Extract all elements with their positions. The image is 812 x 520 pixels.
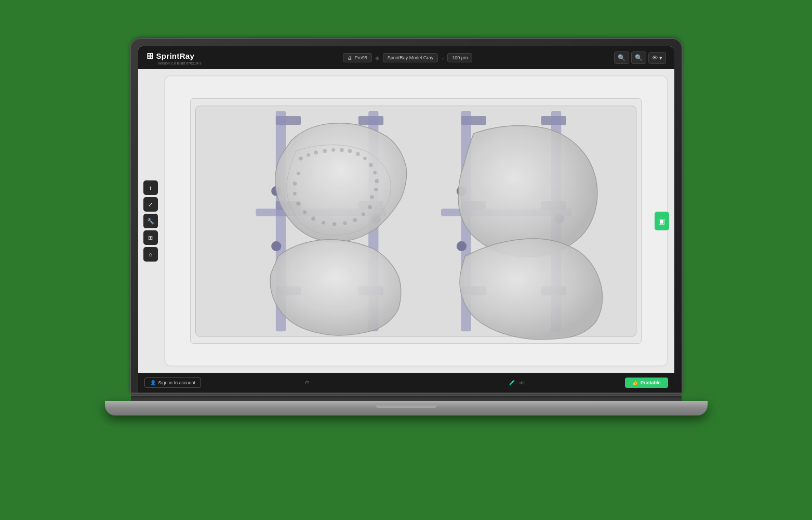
sign-in-button[interactable]: 👤 Sign in to account [144, 378, 202, 388]
zoom-out-button[interactable]: 🔍 [631, 51, 646, 64]
tablet-icon: ▣ [658, 217, 665, 225]
printer-icon: 🖨 [348, 55, 352, 60]
left-toolbar: + ⤢ 🔧 ⊞ ⌂ [143, 180, 158, 262]
app-footer: 👤 Sign in to account ⏱ - 🧪 - mL 👍 Printa… [138, 373, 674, 393]
laptop-container: ⊞ SprintRay Version 2.0 Build 070219-3 🖨… [105, 39, 708, 481]
svg-point-40 [292, 181, 297, 186]
app-ui: ⊞ SprintRay Version 2.0 Build 070219-3 🖨… [138, 46, 674, 393]
right-panel-button[interactable]: ▣ [655, 212, 669, 230]
settings-tool-button[interactable]: 🔧 [143, 214, 158, 228]
transform-icon: ⤢ [148, 201, 153, 208]
thumbs-up-icon: 👍 [632, 380, 638, 385]
svg-point-41 [293, 192, 297, 196]
material-name: SprintRay Model Gray [388, 55, 434, 60]
logo-brand: ⊞ SprintRay [147, 51, 202, 61]
layer-chip[interactable]: 100 μm [447, 53, 472, 62]
app-main: + ⤢ 🔧 ⊞ ⌂ [138, 69, 674, 373]
view-options-button[interactable]: 👁 ▾ [648, 52, 666, 64]
separator-2: ⬦ [441, 55, 444, 61]
printable-label: Printable [641, 380, 661, 385]
svg-point-27 [314, 150, 318, 154]
laptop-screen-shell: ⊞ SprintRay Version 2.0 Build 070219-3 🖨… [131, 39, 682, 393]
separator-1: ◉ [375, 55, 380, 61]
material-chip[interactable]: SprintRay Model Gray [383, 53, 438, 62]
user-icon: 👤 [150, 380, 156, 385]
print-bed [190, 98, 642, 344]
svg-point-11 [271, 241, 281, 251]
svg-point-35 [373, 171, 377, 174]
canvas-area [164, 75, 668, 367]
svg-point-25 [299, 157, 303, 161]
svg-point-32 [356, 152, 360, 156]
layout-tool-button[interactable]: ⊞ [143, 230, 158, 245]
laptop-screen-bezel: ⊞ SprintRay Version 2.0 Build 070219-3 🖨… [138, 46, 674, 393]
printable-button[interactable]: 👍 Printable [625, 378, 668, 388]
printer-name: Pro95 [355, 55, 367, 60]
zoom-in-button[interactable]: 🔍 [614, 51, 629, 64]
base-icon: ⌂ [149, 251, 152, 257]
grid-icon: ⊞ [148, 235, 153, 241]
svg-point-30 [340, 148, 344, 152]
svg-point-29 [331, 148, 335, 152]
app-header: ⊞ SprintRay Version 2.0 Build 070219-3 🖨… [138, 46, 674, 69]
svg-point-34 [369, 163, 373, 167]
time-icon: ⏱ [304, 380, 309, 385]
brand-name: SprintRay [156, 51, 195, 60]
svg-point-38 [370, 195, 374, 199]
laptop-base [105, 401, 708, 415]
svg-point-33 [363, 157, 367, 160]
wrench-icon: 🔧 [147, 218, 154, 225]
svg-point-50 [368, 205, 372, 209]
sprintray-logo-icon: ⊞ [147, 51, 153, 61]
logo-area: ⊞ SprintRay Version 2.0 Build 070219-3 [147, 51, 202, 65]
layer-height: 100 μm [452, 55, 468, 60]
time-stat: ⏱ - [207, 380, 410, 385]
svg-point-48 [353, 218, 357, 222]
svg-point-44 [311, 216, 315, 220]
svg-point-39 [297, 172, 300, 175]
volume-stat: 🧪 - mL [416, 380, 619, 385]
zoom-in-icon: 🔍 [618, 54, 625, 61]
svg-point-49 [362, 212, 365, 216]
svg-point-23 [457, 241, 467, 251]
header-right: 🔍 🔍 👁 ▾ [614, 51, 666, 64]
dropdown-arrow: ▾ [659, 55, 662, 61]
svg-point-26 [307, 153, 310, 157]
transform-tool-button[interactable]: ⤢ [143, 197, 158, 212]
zoom-out-icon: 🔍 [635, 54, 643, 61]
svg-point-28 [323, 149, 327, 153]
dental-models-svg [191, 99, 641, 344]
svg-point-46 [332, 222, 337, 226]
volume-value: - mL [517, 380, 526, 385]
version-label: Version 2.0 Build 070219-3 [158, 61, 202, 65]
printer-chip[interactable]: 🖨 Pro95 [343, 53, 372, 62]
svg-point-43 [303, 210, 307, 214]
svg-point-42 [296, 201, 300, 205]
svg-point-45 [322, 221, 325, 225]
add-icon: + [149, 184, 153, 192]
time-value: - [311, 380, 313, 385]
svg-point-36 [375, 179, 379, 183]
eye-icon: 👁 [652, 55, 658, 61]
svg-point-47 [343, 221, 347, 225]
add-tool-button[interactable]: + [143, 180, 158, 195]
header-center: 🖨 Pro95 ◉ SprintRay Model Gray ⬦ 100 μm [343, 53, 473, 62]
svg-point-31 [348, 149, 352, 153]
base-tool-button[interactable]: ⌂ [143, 247, 158, 262]
laptop-hinge [131, 396, 682, 401]
volume-icon: 🧪 [509, 380, 515, 385]
sign-in-label: Sign in to account [158, 380, 196, 385]
svg-point-37 [374, 188, 378, 191]
